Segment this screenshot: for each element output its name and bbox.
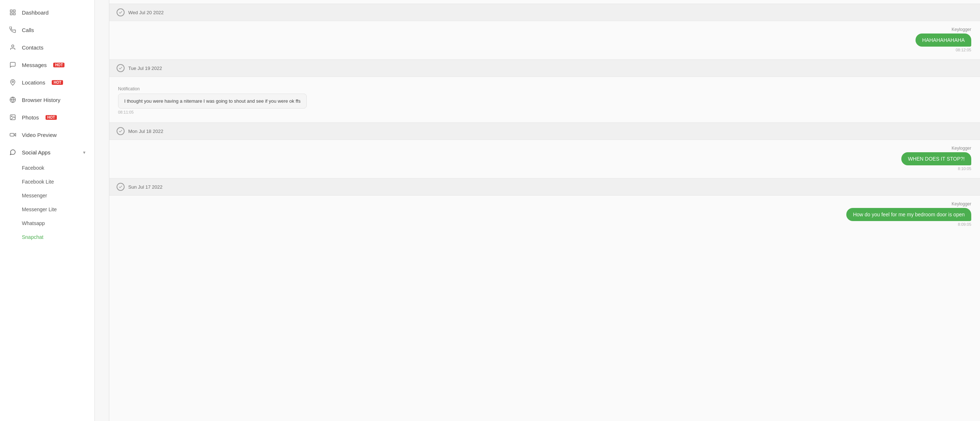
location-icon — [9, 78, 17, 86]
message-outgoing-2: Keylogger WHEN DOES IT STOP?! 8:10:05 — [118, 146, 971, 171]
sidebar-item-social-apps[interactable]: Social Apps ▾ — [0, 143, 94, 161]
day-separator-0: Wed Jul 20 2022 — [109, 4, 980, 21]
day-label: Mon Jul 18 2022 — [128, 129, 163, 134]
svg-rect-2 — [10, 13, 12, 15]
sidebar-item-locations[interactable]: Locations HOT — [0, 73, 94, 91]
svg-rect-3 — [13, 13, 15, 15]
sidebar-sub-item-facebook-lite[interactable]: Facebook Lite — [0, 175, 94, 189]
hot-badge: HOT — [52, 80, 63, 85]
notification-time: 08:11:05 — [118, 110, 971, 114]
sub-item-label: Messenger Lite — [22, 207, 57, 212]
sidebar-item-contacts[interactable]: Contacts — [0, 39, 94, 56]
chat-icon — [9, 148, 17, 156]
sidebar-item-label: Contacts — [22, 44, 43, 51]
check-circle-icon — [116, 64, 125, 72]
svg-point-9 — [11, 116, 12, 116]
sidebar-item-label: Locations — [22, 79, 45, 86]
sidebar-item-browser-history[interactable]: Browser History — [0, 91, 94, 108]
check-circle-icon — [116, 8, 125, 16]
sidebar-item-label: Social Apps — [22, 149, 50, 156]
sub-item-label: Whatsapp — [22, 220, 45, 226]
day-label: Tue Jul 19 2022 — [128, 65, 162, 71]
sidebar-item-calls[interactable]: Calls — [0, 21, 94, 39]
message-time: 8:09:05 — [958, 222, 971, 227]
svg-rect-1 — [13, 10, 15, 12]
message-bubble: HAHAHAHAHAHA — [916, 33, 971, 47]
sidebar-item-label: Calls — [22, 27, 34, 33]
hot-badge: HOT — [46, 115, 57, 120]
message-outgoing-3: Keylogger How do you feel for me my bedr… — [118, 202, 971, 227]
message-time: 08:12:05 — [956, 48, 971, 52]
chevron-down-icon: ▾ — [83, 150, 86, 155]
sidebar-sub-item-messenger[interactable]: Messenger — [0, 189, 94, 202]
hot-badge: HOT — [53, 63, 64, 67]
phone-icon — [9, 26, 17, 34]
svg-point-4 — [12, 45, 14, 47]
message-area-2: Keylogger WHEN DOES IT STOP?! 8:10:05 — [109, 140, 980, 178]
message-area-1: Notification I thought you were having a… — [109, 77, 980, 122]
message-area-0: Keylogger HAHAHAHAHAHA 08:12:05 — [109, 21, 980, 59]
photo-icon — [9, 113, 17, 121]
message-area-3: Keylogger How do you feel for me my bedr… — [109, 195, 980, 234]
sidebar-item-video-preview[interactable]: Video Preview — [0, 126, 94, 143]
notification-block: Notification I thought you were having a… — [118, 86, 971, 114]
person-icon — [9, 43, 17, 51]
message-sender: Keylogger — [951, 146, 971, 151]
sidebar-sub-item-facebook[interactable]: Facebook — [0, 161, 94, 175]
message-icon — [9, 61, 17, 69]
video-icon — [9, 131, 17, 139]
message-outgoing-0: Keylogger HAHAHAHAHAHA 08:12:05 — [118, 27, 971, 52]
check-circle-icon — [116, 183, 125, 191]
message-bubble: WHEN DOES IT STOP?! — [901, 152, 971, 165]
day-separator-2: Mon Jul 18 2022 — [109, 122, 980, 140]
day-separator-3: Sun Jul 17 2022 — [109, 178, 980, 195]
sidebar-item-dashboard[interactable]: Dashboard — [0, 4, 94, 21]
sidebar-item-photos[interactable]: Photos HOT — [0, 108, 94, 126]
svg-rect-0 — [10, 10, 12, 12]
sidebar: Dashboard Calls Contacts Messages HOT Lo… — [0, 0, 95, 421]
sidebar-item-label: Photos — [22, 114, 39, 121]
sidebar-divider — [95, 0, 109, 421]
sidebar-item-label: Browser History — [22, 97, 60, 103]
day-label: Sun Jul 17 2022 — [128, 184, 162, 190]
notification-label: Notification — [118, 86, 971, 91]
sub-item-label: Facebook Lite — [22, 179, 54, 185]
sidebar-item-label: Video Preview — [22, 132, 57, 138]
sidebar-sub-item-snapchat[interactable]: Snapchat — [0, 230, 94, 244]
browser-icon — [9, 96, 17, 104]
message-time: 8:10:05 — [958, 167, 971, 171]
message-sender: Keylogger — [951, 202, 971, 207]
main-content: Wed Jul 20 2022 Keylogger HAHAHAHAHAHA 0… — [109, 0, 980, 421]
message-bubble: How do you feel for me my bedroom door i… — [846, 208, 971, 221]
sidebar-sub-item-messenger-lite[interactable]: Messenger Lite — [0, 202, 94, 216]
sidebar-item-label: Messages — [22, 62, 47, 68]
sub-item-label: Snapchat — [22, 234, 43, 240]
sidebar-item-messages[interactable]: Messages HOT — [0, 56, 94, 73]
sub-item-label: Messenger — [22, 193, 47, 199]
day-separator-1: Tue Jul 19 2022 — [109, 59, 980, 77]
check-circle-icon — [116, 127, 125, 135]
grid-icon — [9, 8, 17, 16]
sidebar-item-label: Dashboard — [22, 10, 48, 16]
svg-point-5 — [12, 81, 14, 83]
day-label: Wed Jul 20 2022 — [128, 10, 164, 15]
sidebar-sub-item-whatsapp[interactable]: Whatsapp — [0, 216, 94, 230]
message-sender: Keylogger — [951, 27, 971, 32]
notification-bubble: I thought you were having a nitemare I w… — [118, 94, 307, 108]
sub-item-label: Facebook — [22, 165, 44, 171]
